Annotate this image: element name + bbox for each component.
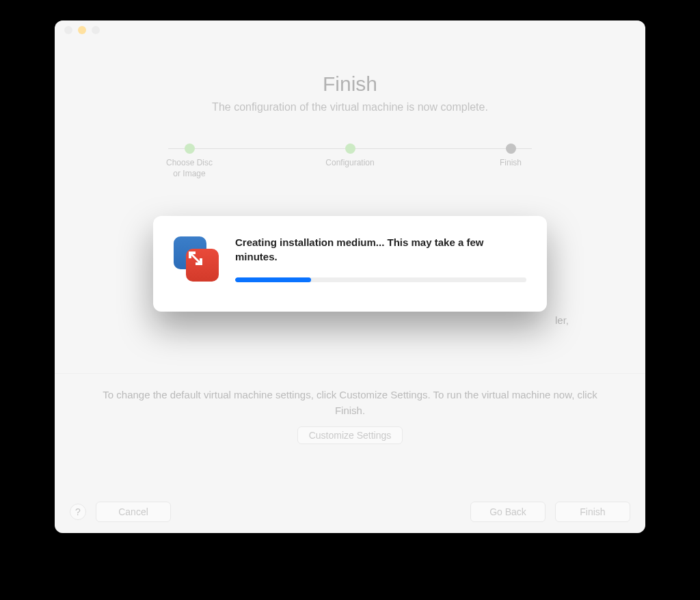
arrows-icon	[185, 247, 208, 271]
step-label: Choose Disc or Image	[166, 158, 213, 179]
step-dot-icon	[185, 144, 195, 154]
step-label: Configuration	[325, 158, 374, 169]
button-bar: ? Cancel Go Back Finish	[55, 502, 645, 522]
footer-hint: To change the default virtual machine se…	[55, 373, 645, 444]
finish-button[interactable]: Finish	[555, 502, 630, 522]
footer-hint-text: To change the default virtual machine se…	[96, 387, 604, 418]
zoom-window-icon[interactable]	[92, 26, 100, 34]
dialog-message: Creating installation medium... This may…	[235, 235, 526, 264]
dialog-body: Creating installation medium... This may…	[235, 235, 526, 282]
step-dot-icon	[345, 144, 355, 154]
page-subtitle: The configuration of the virtual machine…	[75, 101, 625, 113]
customize-settings-button[interactable]: Customize Settings	[297, 426, 403, 444]
page-title: Finish	[75, 72, 625, 96]
go-back-button[interactable]: Go Back	[470, 502, 546, 522]
step-configuration: Configuration	[319, 144, 381, 169]
wizard-stepper: Choose Disc or Image Configuration Finis…	[159, 144, 541, 179]
minimize-window-icon[interactable]	[78, 26, 86, 34]
progress-dialog: Creating installation medium... This may…	[153, 216, 547, 312]
progress-fill	[235, 277, 311, 282]
help-button[interactable]: ?	[70, 504, 86, 520]
obscured-background-text: ler,	[555, 314, 569, 326]
cancel-button[interactable]: Cancel	[96, 502, 171, 522]
close-window-icon[interactable]	[64, 26, 72, 34]
step-finish: Finish	[480, 144, 541, 169]
step-label: Finish	[500, 158, 522, 169]
step-choose-disc: Choose Disc or Image	[159, 144, 220, 179]
titlebar	[55, 21, 645, 40]
wizard-content: Finish The configuration of the virtual …	[55, 40, 645, 179]
step-dot-icon	[506, 144, 516, 154]
vmware-fusion-icon	[172, 235, 220, 283]
progress-bar	[235, 277, 526, 282]
